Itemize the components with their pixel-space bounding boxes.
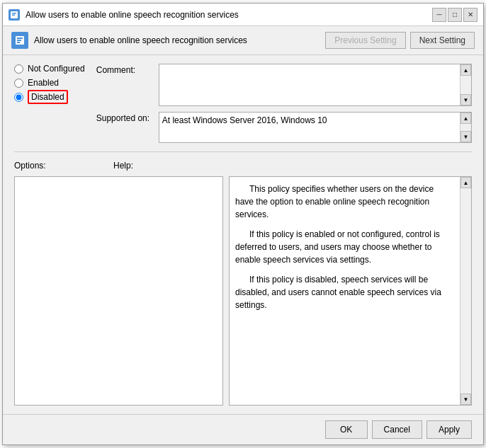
bottom-panels: This policy specifies whether users on t…: [14, 176, 472, 406]
comment-field-wrapper: ▲ ▼: [159, 64, 472, 106]
svg-rect-5: [17, 40, 21, 41]
disabled-radio[interactable]: [14, 93, 23, 102]
help-scroll-down[interactable]: ▼: [460, 394, 471, 405]
enabled-label[interactable]: Enabled: [28, 78, 59, 88]
policy-icon: [11, 32, 28, 49]
comment-row: Comment: ▲ ▼: [96, 64, 472, 106]
header-bar: Allow users to enable online speech reco…: [3, 26, 483, 55]
comment-label: Comment:: [96, 64, 153, 75]
svg-rect-6: [17, 42, 20, 43]
supported-scroll-down[interactable]: ▼: [460, 131, 471, 142]
help-text-1: This policy specifies whether users on t…: [235, 183, 454, 221]
comment-scroll-up[interactable]: ▲: [460, 64, 471, 76]
svg-rect-2: [12, 14, 15, 16]
disabled-radio-item: Disabled: [14, 92, 85, 102]
options-label: Options:: [14, 161, 113, 171]
top-section: Not Configured Enabled Disabled Comment: [14, 64, 472, 143]
ok-button[interactable]: OK: [325, 420, 368, 439]
title-bar-left: Allow users to enable online speech reco…: [9, 9, 239, 21]
enabled-radio-item: Enabled: [14, 78, 85, 88]
header-title-area: Allow users to enable online speech reco…: [11, 32, 325, 49]
help-panel-wrapper: This policy specifies whether users on t…: [229, 176, 472, 406]
supported-row: Supported on: At least Windows Server 20…: [96, 112, 472, 143]
not-configured-radio[interactable]: [14, 64, 23, 74]
comment-scroll-down[interactable]: ▼: [460, 94, 471, 105]
help-text-2: If this policy is enabled or not configu…: [235, 228, 454, 266]
help-panel: This policy specifies whether users on t…: [230, 177, 471, 405]
title-bar: Allow users to enable online speech reco…: [3, 4, 483, 26]
policy-dialog: Allow users to enable online speech reco…: [2, 3, 484, 445]
title-bar-controls: ─ □ ✕: [432, 8, 477, 22]
not-configured-radio-item: Not Configured: [14, 64, 85, 74]
supported-field-wrapper: At least Windows Server 2016, Windows 10…: [159, 112, 472, 143]
section-divider: [14, 151, 472, 152]
apply-button[interactable]: Apply: [426, 420, 472, 439]
dialog-title: Allow users to enable online speech reco…: [26, 10, 239, 20]
header-title-text: Allow users to enable online speech reco…: [34, 35, 247, 45]
next-setting-button[interactable]: Next Setting: [410, 32, 475, 49]
previous-setting-button[interactable]: Previous Setting: [325, 32, 405, 49]
disabled-label[interactable]: Disabled: [28, 92, 68, 102]
header-buttons: Previous Setting Next Setting: [325, 32, 475, 49]
close-button[interactable]: ✕: [463, 8, 477, 22]
supported-label: Supported on:: [96, 112, 153, 123]
bottom-labels: Options: Help:: [14, 161, 472, 171]
supported-value: At least Windows Server 2016, Windows 10: [159, 113, 471, 128]
svg-rect-4: [17, 38, 23, 39]
not-configured-label[interactable]: Not Configured: [28, 64, 85, 74]
enabled-radio[interactable]: [14, 79, 23, 88]
help-scrollbar: ▲ ▼: [460, 177, 471, 405]
minimize-button[interactable]: ─: [432, 8, 446, 22]
help-label: Help:: [113, 161, 472, 171]
comment-textarea[interactable]: [159, 64, 460, 105]
footer: OK Cancel Apply: [3, 414, 483, 444]
disabled-highlight: Disabled: [28, 90, 68, 104]
supported-scroll-up[interactable]: ▲: [460, 113, 471, 124]
help-text-3: If this policy is disabled, speech servi…: [235, 273, 454, 311]
radio-panel: Not Configured Enabled Disabled: [14, 64, 85, 143]
comment-scrollbar: ▲ ▼: [460, 64, 471, 105]
svg-rect-1: [12, 13, 16, 14]
supported-scrollbar: ▲ ▼: [460, 113, 471, 142]
cancel-button[interactable]: Cancel: [372, 420, 422, 439]
main-content: Not Configured Enabled Disabled Comment: [3, 55, 483, 414]
help-scroll-up[interactable]: ▲: [460, 177, 471, 188]
options-panel: [14, 176, 223, 406]
maximize-button[interactable]: □: [448, 8, 462, 22]
right-panel: Comment: ▲ ▼ Supported on: At least Wind…: [96, 64, 472, 143]
dialog-icon: [9, 9, 20, 21]
